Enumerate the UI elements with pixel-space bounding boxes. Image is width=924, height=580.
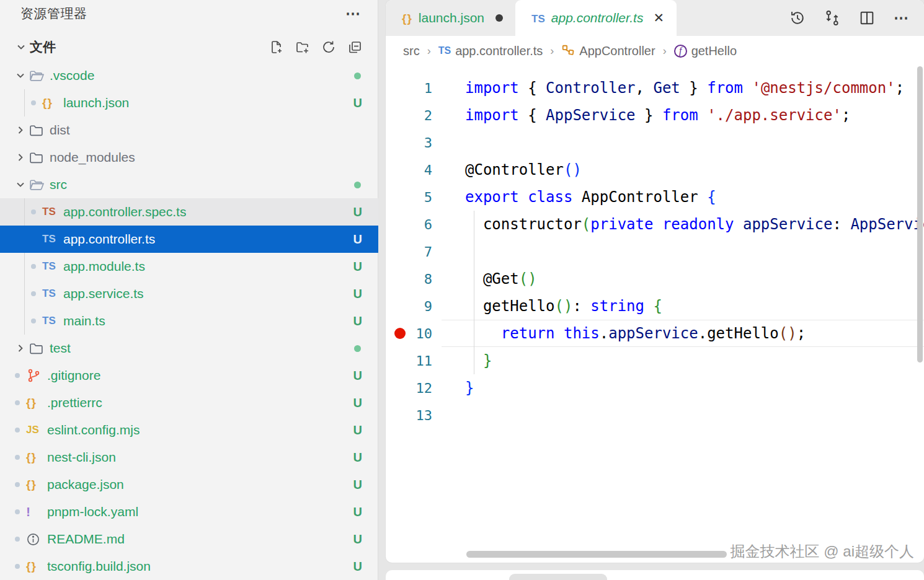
- open-changes-icon[interactable]: [824, 9, 841, 27]
- tree-item-.gitignore[interactable]: .gitignoreU: [0, 362, 378, 389]
- tree-item-app.module.ts[interactable]: TSapp.module.tsU: [0, 253, 378, 280]
- explorer-sidebar: 资源管理器 ⋯ 文件 .vscode{}launch.jsonUdistnode…: [0, 0, 378, 580]
- code-editor[interactable]: 1import { Controller, Get } from '@nestj…: [386, 74, 924, 429]
- git-status-dot: [354, 345, 361, 352]
- breadcrumb-separator: ›: [663, 45, 667, 58]
- tree-item-label: README.md: [47, 532, 125, 547]
- explorer-header: 资源管理器 ⋯: [0, 0, 378, 27]
- tree-item-node_modules[interactable]: node_modules: [0, 144, 378, 171]
- timeline-icon[interactable]: [789, 9, 806, 27]
- breakpoint-icon[interactable]: [394, 328, 406, 339]
- code-line-6[interactable]: 6 constructor(private readonly appServic…: [386, 211, 924, 238]
- tab-strip: {}launch.jsonTSapp.controller.ts✕⋯: [386, 0, 924, 36]
- code-line-9[interactable]: 9 getHello(): string {: [386, 292, 924, 320]
- folder-icon: [29, 150, 50, 165]
- tree-item-package.json[interactable]: {}package.jsonU: [0, 471, 378, 498]
- modified-dot: [31, 209, 36, 214]
- line-number[interactable]: 9: [386, 292, 442, 320]
- code-line-4[interactable]: 4@Controller(): [386, 156, 924, 183]
- code-line-11[interactable]: 11 }: [386, 347, 924, 374]
- code-line-5[interactable]: 5export class AppController {: [386, 183, 924, 211]
- modified-dot: [15, 482, 20, 487]
- code-line-2[interactable]: 2import { AppService } from './app.servi…: [386, 102, 924, 129]
- bottom-panel-handle[interactable]: [509, 574, 607, 580]
- tree-item-eslint.config.mjs[interactable]: JSeslint.config.mjsU: [0, 416, 378, 444]
- horizontal-scrollbar[interactable]: [466, 551, 727, 558]
- chevron-down-icon: [16, 42, 26, 52]
- git-status-badge: U: [353, 450, 362, 465]
- ts-icon: TS: [531, 11, 545, 25]
- tree-item-nest-cli.json[interactable]: {}nest-cli.jsonU: [0, 444, 378, 471]
- json-icon: {}: [26, 450, 47, 464]
- code-line-1[interactable]: 1import { Controller, Get } from '@nestj…: [386, 74, 924, 102]
- tree-item-app.controller.ts[interactable]: TSapp.controller.tsU: [0, 226, 378, 253]
- more-actions-icon[interactable]: ⋯: [893, 9, 910, 27]
- explorer-more-icon[interactable]: ⋯: [345, 11, 362, 17]
- line-number[interactable]: 12: [386, 374, 442, 402]
- tab-app.controller.ts[interactable]: TSapp.controller.ts✕: [515, 0, 677, 36]
- code-line-8[interactable]: 8 @Get(): [386, 265, 924, 292]
- breadcrumb-item[interactable]: TSapp.controller.ts: [438, 44, 543, 58]
- tree-item-src[interactable]: src: [0, 171, 378, 198]
- git-status-badge: U: [353, 532, 362, 547]
- folder-icon: [29, 123, 50, 138]
- files-section-header[interactable]: 文件: [0, 32, 378, 62]
- tree-item-tsconfig.build.json[interactable]: {}tsconfig.build.jsonU: [0, 553, 378, 580]
- tree-item-app.service.ts[interactable]: TSapp.service.tsU: [0, 280, 378, 307]
- editor-actions: ⋯: [789, 0, 924, 36]
- file-tree: .vscode{}launch.jsonUdistnode_modulessrc…: [0, 62, 378, 580]
- breadcrumb-item[interactable]: src: [403, 44, 420, 58]
- line-number[interactable]: 5: [386, 183, 442, 211]
- vertical-scrollbar[interactable]: [917, 66, 923, 362]
- breadcrumb-separator: ›: [427, 45, 431, 58]
- code-line-7[interactable]: 7: [386, 238, 924, 265]
- tree-item-app.controller.spec.ts[interactable]: TSapp.controller.spec.tsU: [0, 198, 378, 226]
- line-number[interactable]: 2: [386, 102, 442, 129]
- tree-item-label: app.controller.ts: [63, 232, 155, 247]
- close-icon[interactable]: ✕: [653, 11, 664, 25]
- modified-dot: [15, 428, 20, 433]
- tree-item-main.ts[interactable]: TSmain.tsU: [0, 307, 378, 335]
- line-number[interactable]: 8: [386, 265, 442, 292]
- tab-launch.json[interactable]: {}launch.json: [386, 0, 515, 36]
- ts-sel-icon: TS: [42, 233, 63, 245]
- code-line-3[interactable]: 3: [386, 129, 924, 156]
- refresh-icon[interactable]: [321, 39, 337, 55]
- breadcrumb-item[interactable]: fgetHello: [674, 44, 737, 58]
- code-line-12[interactable]: 12}: [386, 374, 924, 402]
- code-line-13[interactable]: 13: [386, 402, 924, 429]
- tree-item-launch.json[interactable]: {}launch.jsonU: [0, 89, 378, 116]
- breadcrumb-item[interactable]: AppController: [561, 44, 655, 58]
- new-file-icon[interactable]: [269, 39, 285, 55]
- bottom-editor-group: [386, 570, 924, 580]
- line-number[interactable]: 10: [386, 320, 442, 347]
- tree-item-pnpm-lock.yaml[interactable]: !pnpm-lock.yamlU: [0, 498, 378, 525]
- tree-item-README.md[interactable]: README.mdU: [0, 525, 378, 553]
- new-folder-icon[interactable]: [295, 39, 311, 55]
- modified-dot: [15, 373, 20, 378]
- json-icon: {}: [26, 478, 47, 491]
- tree-item-test[interactable]: test: [0, 335, 378, 362]
- line-number[interactable]: 7: [386, 238, 442, 265]
- line-number[interactable]: 11: [386, 347, 442, 374]
- files-section-label: 文件: [30, 38, 56, 56]
- dirty-dot-icon[interactable]: [495, 14, 503, 22]
- breadcrumb: src›TSapp.controller.ts›AppController›fg…: [386, 36, 924, 66]
- tree-item-.vscode[interactable]: .vscode: [0, 62, 378, 89]
- modified-dot: [31, 264, 36, 269]
- collapse-all-icon[interactable]: [347, 39, 363, 55]
- split-editor-icon[interactable]: [858, 9, 876, 27]
- line-number[interactable]: 1: [386, 74, 442, 102]
- code-line-10[interactable]: 10 return this.appService.getHello();: [386, 320, 924, 347]
- tree-item-dist[interactable]: dist: [0, 116, 378, 144]
- json-icon: {}: [402, 11, 412, 25]
- tree-item-label: app.service.ts: [63, 286, 144, 301]
- modified-dot: [15, 509, 20, 514]
- files-section-actions: [269, 39, 363, 55]
- line-number[interactable]: 3: [386, 129, 442, 156]
- line-number[interactable]: 4: [386, 156, 442, 183]
- line-number[interactable]: 13: [386, 402, 442, 429]
- git-status-badge: U: [353, 423, 362, 437]
- tree-item-.prettierrc[interactable]: {}.prettierrcU: [0, 389, 378, 416]
- line-number[interactable]: 6: [386, 211, 442, 238]
